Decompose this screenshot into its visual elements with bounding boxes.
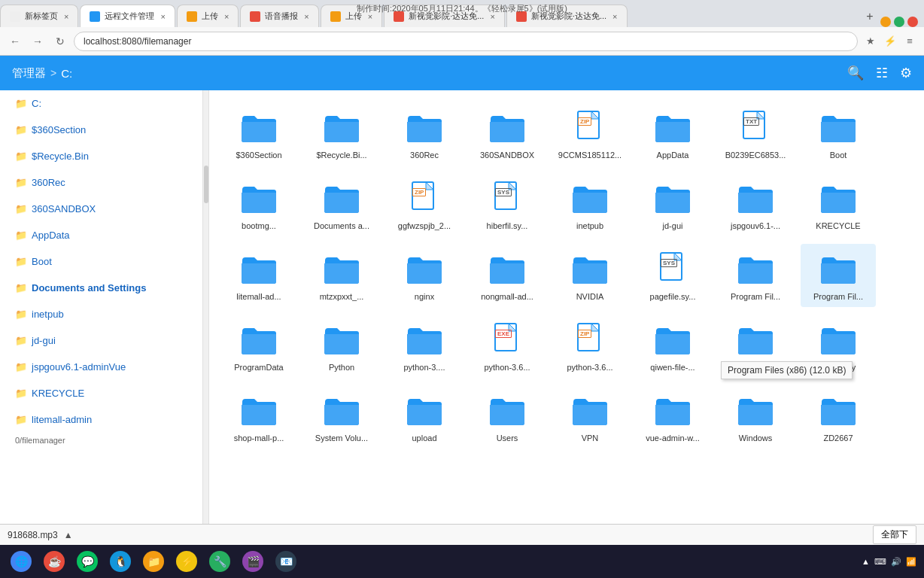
file-item-39[interactable]: ZD2667 [801, 385, 876, 449]
file-item-36[interactable]: VPN [552, 385, 628, 449]
taskbar-app-app5[interactable]: 🔧 [205, 548, 235, 575]
sidebar-item-7[interactable]: 📁Documents and Settings [0, 275, 202, 301]
folder-icon: 📁 [15, 151, 27, 162]
menu-icon[interactable]: ≡ [901, 33, 918, 50]
folder-icon: 📁 [15, 282, 27, 294]
tab-t1[interactable]: 新标签页× [0, 5, 78, 27]
select-all-button[interactable]: 全部下 [873, 525, 916, 544]
new-tab-button[interactable]: + [859, 6, 880, 27]
file-item-0[interactable]: $360Section [221, 102, 296, 166]
file-item-32[interactable]: shop-mall-p... [221, 385, 296, 449]
tab-t5[interactable]: 上传× [321, 5, 382, 27]
minimize-button[interactable] [880, 17, 891, 27]
taskbar-app-wechat[interactable]: 💬 [72, 548, 102, 575]
file-item-5[interactable]: AppData [635, 102, 710, 166]
refresh-button[interactable]: ↻ [51, 32, 69, 50]
sidebar-item-5[interactable]: 📁AppData [0, 222, 202, 248]
tab-close-button[interactable]: × [64, 12, 68, 21]
file-item-17[interactable]: mtzxpxxt_... [304, 244, 379, 307]
taskbar-app-explorer[interactable]: 📁 [138, 548, 169, 575]
sidebar-item-8[interactable]: 📁inetpub [0, 301, 202, 327]
sidebar-item-0[interactable]: 📁C: [0, 90, 202, 117]
file-item-11[interactable]: SYShiberfil.sy... [470, 173, 545, 236]
tab-t7[interactable]: 新视觉影院·达达免...× [506, 5, 628, 27]
file-item-4[interactable]: ZIP9CCMS185112... [552, 102, 628, 166]
sidebar-scrollbar[interactable] [203, 90, 209, 578]
file-item-37[interactable]: vue-admin-w... [635, 385, 710, 449]
settings-icon[interactable]: ⚙ [900, 65, 912, 81]
tab-close-button[interactable]: × [224, 12, 229, 21]
tab-t4[interactable]: 语音播报× [240, 5, 318, 27]
file-item-19[interactable]: nongmall-ad... [470, 244, 545, 307]
file-item-13[interactable]: jd-gui [635, 173, 710, 236]
file-item-22[interactable]: Program Fil... [718, 244, 793, 307]
tab-label: 上传 [345, 11, 362, 22]
file-item-12[interactable]: inetpub [552, 173, 628, 236]
sidebar-item-12[interactable]: 📁litemall-admin [0, 406, 202, 433]
sidebar: 📁C:📁$360Section📁$Recycle.Bin📁360Rec📁360S… [0, 90, 203, 578]
close-button[interactable] [907, 17, 918, 27]
file-item-6[interactable]: TXTB0239EC6853... [718, 102, 793, 166]
download-chevron[interactable]: ▲ [64, 530, 73, 540]
file-item-35[interactable]: Users [470, 385, 545, 449]
taskbar-app-chrome[interactable]: 🌐 [6, 548, 36, 575]
taskbar-app-pikachu[interactable]: ⚡ [172, 548, 202, 575]
file-item-15[interactable]: KRECYCLE [801, 173, 876, 236]
file-item-1[interactable]: $Recycle.Bi... [304, 102, 379, 166]
file-item-2[interactable]: 360Rec [387, 102, 462, 166]
taskbar-app-app6[interactable]: 🎬 [238, 548, 268, 575]
file-item-33[interactable]: System Volu... [304, 385, 379, 449]
grid-icon[interactable]: ☷ [876, 65, 888, 81]
tab-t6[interactable]: 新视觉影院·达达免...× [384, 5, 505, 27]
search-icon[interactable]: 🔍 [847, 65, 864, 81]
breadcrumb-current[interactable]: C: [61, 67, 72, 80]
forward-button[interactable]: → [29, 32, 47, 50]
tab-close-button[interactable]: × [368, 12, 372, 21]
taskbar-app-qq[interactable]: 🐧 [105, 548, 135, 575]
file-item-20[interactable]: NVIDIA [552, 244, 628, 307]
file-item-14[interactable]: jspgouv6.1-... [718, 173, 793, 236]
maximize-button[interactable] [894, 17, 904, 27]
file-item-18[interactable]: nginx [387, 244, 462, 307]
file-item-29[interactable]: qiwen-file-... [635, 315, 710, 378]
file-item-25[interactable]: Python [304, 315, 379, 378]
back-button[interactable]: ← [6, 32, 24, 50]
file-item-8[interactable]: bootmg... [221, 173, 296, 236]
sidebar-item-10[interactable]: 📁jspgouv6.1-adminVue [0, 354, 202, 380]
taskbar-app-app7[interactable]: 📧 [271, 548, 301, 575]
file-item-24[interactable]: ProgramData [221, 315, 296, 378]
tab-t2[interactable]: 远程文件管理× [80, 5, 175, 27]
file-item-3[interactable]: 360SANDBOX [470, 102, 545, 166]
file-item-10[interactable]: ZIPggfwzspjb_2... [387, 173, 462, 236]
file-item-23[interactable]: Program Fil... [801, 244, 876, 307]
file-item-16[interactable]: litemall-ad... [221, 244, 296, 307]
breadcrumb-root[interactable]: 管理器 [12, 66, 46, 81]
sidebar-item-2[interactable]: 📁$Recycle.Bin [0, 143, 202, 169]
file-item-34[interactable]: upload [387, 385, 462, 449]
file-item-28[interactable]: ZIPpython-3.6... [552, 315, 628, 378]
tab-t3[interactable]: 上传× [177, 5, 239, 27]
sidebar-item-9[interactable]: 📁jd-gui [0, 327, 202, 354]
tab-close-button[interactable]: × [612, 12, 617, 21]
file-badge: TXT [743, 117, 759, 126]
bookmark-icon[interactable]: ★ [862, 33, 879, 50]
tab-close-button[interactable]: × [304, 12, 309, 21]
extensions-icon[interactable]: ⚡ [882, 33, 898, 50]
sidebar-item-6[interactable]: 📁Boot [0, 248, 202, 275]
sidebar-item-1[interactable]: 📁$360Section [0, 117, 202, 143]
tab-close-button[interactable]: × [160, 12, 165, 21]
address-input[interactable] [74, 32, 858, 51]
sidebar-item-3[interactable]: 📁360Rec [0, 169, 202, 196]
file-item-26[interactable]: python-3.... [387, 315, 462, 378]
file-item-7[interactable]: Boot [801, 102, 876, 166]
file-item-38[interactable]: Windows [718, 385, 793, 449]
file-item-27[interactable]: EXEpython-3.6... [470, 315, 545, 378]
sidebar-item-label: $Recycle.Bin [32, 151, 89, 162]
sidebar-item-11[interactable]: 📁KRECYCLE [0, 380, 202, 406]
file-item-9[interactable]: Documents a... [304, 173, 379, 236]
file-item-21[interactable]: SYSpagefile.sy... [635, 244, 710, 307]
tab-close-button[interactable]: × [490, 12, 494, 21]
volume-icon: 🔊 [891, 557, 901, 567]
sidebar-item-4[interactable]: 📁360SANDBOX [0, 196, 202, 222]
taskbar-app-java[interactable]: ☕ [39, 548, 69, 575]
